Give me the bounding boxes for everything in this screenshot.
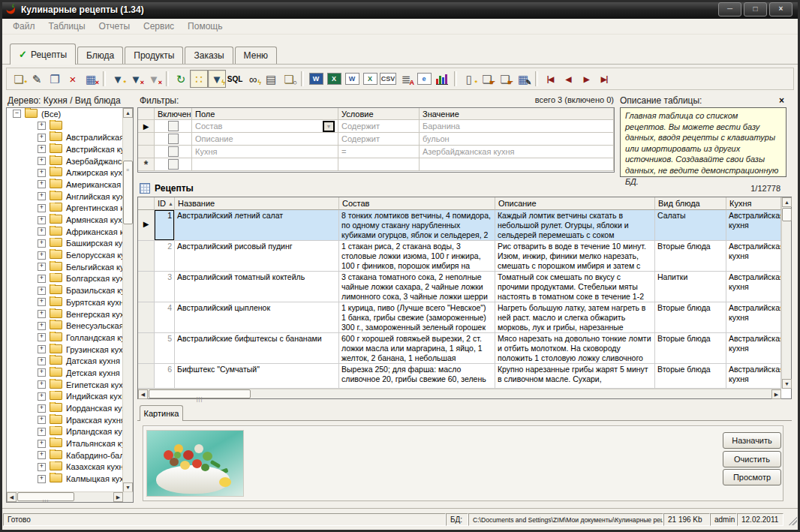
- export-report-button[interactable]: ≣A: [397, 70, 415, 88]
- expand-icon[interactable]: +: [38, 428, 46, 436]
- export-word-doc-button[interactable]: W: [343, 70, 361, 88]
- menu-item-2[interactable]: Таблицы: [42, 20, 92, 33]
- filter-enabled-cell[interactable]: [155, 120, 192, 133]
- filter-field-cell[interactable]: Кухня: [192, 146, 338, 158]
- cell-id[interactable]: 1: [155, 210, 175, 241]
- tree-item[interactable]: +Австрийская кухня: [7, 143, 123, 155]
- find-button[interactable]: ∞ϟ: [244, 70, 262, 88]
- goto-linked-record-button[interactable]: ❏☛: [478, 70, 496, 88]
- print-preview-button[interactable]: ❏○: [280, 70, 298, 88]
- new-child-record-button[interactable]: ▯*: [460, 70, 478, 88]
- cell-состав[interactable]: Вырезка 250; для фарша: масло сливочное …: [339, 364, 495, 389]
- tree-item[interactable]: +Австралийская кухня: [7, 131, 123, 143]
- menu-item-3[interactable]: Отчеты: [92, 20, 137, 33]
- add-filter-button[interactable]: ▼*: [109, 70, 127, 88]
- tab-orders[interactable]: Заказы: [185, 47, 233, 64]
- tab-picture[interactable]: Картинка: [140, 405, 183, 421]
- filter-condition-cell[interactable]: =: [338, 146, 420, 158]
- expand-icon[interactable]: +: [38, 475, 46, 483]
- record-card-button[interactable]: ❏☛: [496, 70, 514, 88]
- menu-item-4[interactable]: Сервис: [137, 20, 181, 33]
- close-icon[interactable]: ×: [779, 95, 784, 106]
- cell-название[interactable]: Австралийский томатный коктейль: [175, 272, 339, 302]
- scroll-right-icon[interactable]: ▶: [771, 389, 781, 399]
- export-excel-doc-button[interactable]: X: [361, 70, 379, 88]
- view-picture-button[interactable]: Просмотр: [723, 469, 781, 485]
- tree-item[interactable]: +Английская кухня: [7, 191, 123, 203]
- column-header-3[interactable]: Состав: [339, 197, 495, 210]
- cell-название[interactable]: Австралийские бифштексы с бананами: [175, 333, 339, 364]
- export-html-button[interactable]: e: [415, 70, 433, 88]
- tree-item[interactable]: +Калмыцкая кухня: [7, 473, 123, 485]
- expand-icon[interactable]: +: [38, 122, 46, 130]
- expand-icon[interactable]: +: [38, 404, 46, 413]
- table-vscroll-thumb[interactable]: [782, 208, 792, 221]
- scroll-right-icon[interactable]: ▶: [113, 492, 123, 502]
- dropdown-icon[interactable]: ▼: [323, 121, 335, 132]
- cell-состав[interactable]: 1 стакан риса, 2 стакана воды, 3 столовы…: [339, 241, 495, 272]
- clear-filter-button[interactable]: ▼×: [127, 70, 145, 88]
- maximize-button[interactable]: □: [744, 2, 767, 17]
- tree-item[interactable]: +Бурятская кухня: [7, 296, 123, 308]
- cell-id[interactable]: 4: [155, 302, 175, 333]
- filter-enabled-cell[interactable]: [155, 146, 192, 158]
- tree-item[interactable]: +Грузинская кухня: [7, 344, 123, 356]
- filter-checkbox[interactable]: [168, 146, 179, 157]
- nav-first-button[interactable]: |◀: [541, 70, 559, 88]
- export-csv-button[interactable]: CSV: [379, 70, 397, 88]
- tree-item[interactable]: +Детская кухня: [7, 367, 123, 379]
- cell-кухня[interactable]: Австралийская кухня: [726, 210, 781, 241]
- cell-вид-блюда[interactable]: Вторые блюда: [655, 241, 726, 272]
- expand-icon[interactable]: +: [38, 368, 46, 377]
- tree-item[interactable]: +Африканская кухня: [7, 226, 123, 238]
- tree-horizontal-scrollbar[interactable]: ◀ ||| ▶: [7, 491, 133, 502]
- chart-button[interactable]: [433, 70, 451, 88]
- tree-item[interactable]: +Иракская кухня: [7, 414, 123, 426]
- sql-button[interactable]: SQL: [226, 70, 244, 88]
- cell-вид-блюда[interactable]: Напитки: [655, 272, 726, 302]
- tree-item[interactable]: +Болгарская кухня: [7, 273, 123, 285]
- clear-picture-button[interactable]: Очистить: [723, 451, 781, 467]
- tree-item[interactable]: +Бельгийская кухня: [7, 261, 123, 273]
- expand-icon[interactable]: +: [38, 216, 46, 224]
- cell-описание[interactable]: Томатный сок смешать по вкусу с прочими …: [495, 272, 655, 302]
- new-record-button[interactable]: ❏*: [10, 70, 28, 88]
- tab-dishes[interactable]: Блюда: [77, 47, 123, 64]
- cell-описание[interactable]: Рис отварить в воде в течение 10 минут. …: [495, 241, 655, 272]
- scroll-left-icon[interactable]: ◀: [7, 492, 17, 502]
- collapse-icon[interactable]: −: [13, 110, 21, 118]
- expand-icon[interactable]: +: [38, 333, 46, 341]
- table-row[interactable]: 4Австралийский цыпленок1 курица, пиво (Л…: [138, 302, 781, 333]
- tab-products[interactable]: Продукты: [125, 47, 183, 64]
- expand-icon[interactable]: +: [38, 451, 46, 459]
- cell-id[interactable]: 6: [155, 364, 175, 389]
- tree-item[interactable]: +Индийская кухня: [7, 391, 123, 403]
- expand-icon[interactable]: +: [38, 157, 46, 165]
- menu-item-1[interactable]: Файл: [6, 20, 42, 33]
- copy-record-button[interactable]: ❐: [46, 70, 64, 88]
- tree-item[interactable]: +Ирландская кухня: [7, 426, 123, 438]
- filter-apply-button[interactable]: ▼ϟ: [208, 70, 226, 88]
- expand-icon[interactable]: +: [38, 239, 46, 248]
- nav-last-button[interactable]: ▶|: [595, 70, 613, 88]
- tab-recipes[interactable]: ✓Рецепты: [10, 44, 76, 65]
- tree-item[interactable]: +Венгерская кухня: [7, 308, 123, 320]
- filter-field-cell[interactable]: Описание: [192, 133, 338, 146]
- cell-название[interactable]: Австралийский рисовый пудинг: [175, 241, 339, 272]
- filter-condition-cell[interactable]: Содержит: [338, 120, 420, 133]
- filter-enabled-cell[interactable]: [155, 158, 192, 171]
- filter-value-cell[interactable]: бульон: [420, 133, 614, 146]
- tree-vscroll-thumb[interactable]: ≡: [123, 161, 133, 224]
- tree-item[interactable]: +Армянская кухня: [7, 214, 123, 226]
- tree-item[interactable]: +Датская кухня: [7, 355, 123, 367]
- expand-icon[interactable]: +: [38, 287, 46, 295]
- cell-состав[interactable]: 8 тонких ломтиков ветчины, 4 помидора, п…: [339, 210, 495, 241]
- minimize-button[interactable]: ─: [718, 2, 741, 17]
- assign-picture-button[interactable]: Назначить: [723, 432, 781, 449]
- filter-enabled-cell[interactable]: [155, 133, 192, 146]
- scroll-left-icon[interactable]: ◀: [138, 389, 148, 399]
- expand-icon[interactable]: +: [38, 440, 46, 448]
- cell-описание[interactable]: Крупно нарезанные грибы жарят 5 минут в …: [495, 364, 655, 389]
- filter-checkbox[interactable]: [168, 134, 179, 144]
- expand-icon[interactable]: +: [38, 251, 46, 260]
